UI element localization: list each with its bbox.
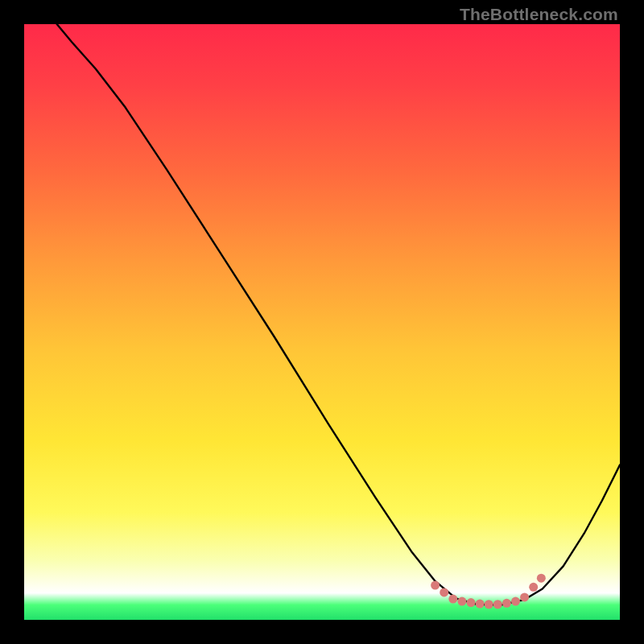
- watermark-text: TheBottleneck.com: [460, 5, 618, 24]
- marker-dot: [511, 597, 520, 606]
- chart-frame: [24, 24, 620, 620]
- marker-dot: [467, 598, 476, 607]
- marker-dot: [493, 600, 502, 609]
- bottleneck-chart: [24, 24, 620, 620]
- marker-dot: [457, 597, 466, 606]
- marker-dot: [431, 581, 440, 590]
- marker-dot: [520, 592, 529, 601]
- marker-dot: [476, 600, 485, 609]
- marker-dot: [537, 574, 546, 583]
- gradient-background: [24, 24, 620, 620]
- marker-dot: [502, 599, 511, 608]
- marker-dot: [485, 600, 493, 609]
- marker-dot: [440, 588, 448, 597]
- marker-dot: [529, 583, 538, 592]
- marker-dot: [448, 595, 457, 604]
